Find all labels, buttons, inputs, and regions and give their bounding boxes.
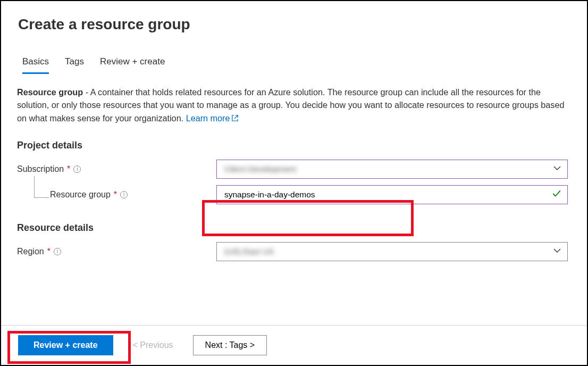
resource-group-label-text: Resource group bbox=[50, 190, 111, 199]
required-star: * bbox=[114, 190, 117, 199]
subscription-value-redacted: Client Development bbox=[224, 164, 296, 174]
learn-more-link[interactable]: Learn more bbox=[186, 113, 230, 123]
region-value-redacted: (US) East US bbox=[224, 247, 274, 256]
resource-group-label: Resource group * i bbox=[17, 190, 216, 199]
tab-review-create[interactable]: Review + create bbox=[100, 56, 165, 74]
tab-basics[interactable]: Basics bbox=[22, 56, 49, 74]
region-select[interactable]: (US) East US bbox=[216, 242, 568, 261]
page-title: Create a resource group bbox=[1, 1, 587, 39]
review-create-button[interactable]: Review + create bbox=[18, 335, 113, 355]
subscription-row: Subscription * i Client Development bbox=[1, 156, 587, 182]
region-row: Region * i (US) East US bbox=[1, 239, 587, 264]
description-body: - A container that holds related resourc… bbox=[17, 87, 564, 123]
tab-bar: Basics Tags Review + create bbox=[1, 39, 587, 74]
info-icon[interactable]: i bbox=[73, 165, 81, 173]
required-star: * bbox=[67, 164, 70, 174]
subscription-label: Subscription * i bbox=[17, 164, 216, 174]
footer-bar: Review + create < Previous Next : Tags > bbox=[1, 325, 587, 365]
resource-details-heading: Resource details bbox=[1, 207, 587, 239]
region-label: Region * i bbox=[17, 247, 216, 256]
tab-tags[interactable]: Tags bbox=[65, 56, 84, 74]
info-icon[interactable]: i bbox=[120, 191, 128, 198]
required-star: * bbox=[47, 247, 51, 256]
resource-group-row: Resource group * i bbox=[1, 182, 587, 207]
description-bold: Resource group bbox=[17, 87, 83, 97]
info-icon[interactable]: i bbox=[54, 248, 61, 255]
project-details-heading: Project details bbox=[1, 125, 587, 156]
resource-group-input[interactable] bbox=[216, 185, 568, 204]
description-text: Resource group - A container that holds … bbox=[1, 74, 587, 125]
next-button[interactable]: Next : Tags > bbox=[193, 335, 267, 355]
subscription-select[interactable]: Client Development bbox=[216, 160, 568, 179]
subscription-label-text: Subscription bbox=[17, 164, 64, 174]
external-link-icon bbox=[231, 112, 239, 125]
region-label-text: Region bbox=[17, 247, 44, 256]
previous-button: < Previous bbox=[121, 335, 186, 355]
